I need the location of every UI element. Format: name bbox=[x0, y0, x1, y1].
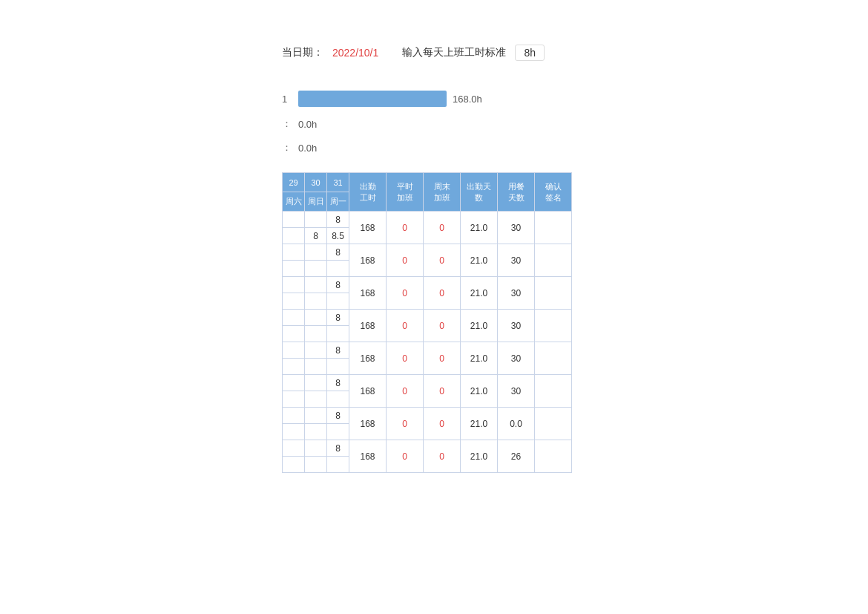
th-overtime: 平时加班 bbox=[387, 173, 424, 212]
table-row-top-7: 81680021.026 bbox=[283, 440, 572, 457]
sign-2 bbox=[535, 277, 572, 310]
overtime-5: 0 bbox=[387, 375, 424, 408]
sign-6 bbox=[535, 408, 572, 440]
meal-days-3: 30 bbox=[498, 310, 535, 342]
summary-value-2: 0.0h bbox=[298, 119, 317, 130]
day-31-top-0: 8 bbox=[327, 212, 349, 228]
dates-header-row: 29 30 31 出勤工时 平时加班 周末加班 出勤天数 用餐天数 确认签名 bbox=[283, 173, 572, 192]
th-date-29: 29 bbox=[283, 173, 305, 192]
work-hours-0: 168 bbox=[349, 212, 387, 244]
meal-days-5: 30 bbox=[498, 375, 535, 408]
date-label: 当日期： bbox=[282, 46, 323, 59]
day-29-bot-0 bbox=[283, 228, 305, 244]
day-29-bot-1 bbox=[283, 261, 305, 277]
th-meal-days: 用餐天数 bbox=[498, 173, 535, 212]
summary-section: 1 168.0h ： 0.0h ： 0.0h bbox=[282, 91, 868, 154]
page-container: 当日期： 2022/10/1 输入每天上班工时标准 8h 1 168.0h ： … bbox=[0, 0, 868, 614]
day-29-bot-5 bbox=[283, 391, 305, 408]
day-31-top-1: 8 bbox=[327, 244, 349, 261]
day-30-top-1 bbox=[305, 244, 327, 261]
attend-days-2: 21.0 bbox=[461, 277, 498, 310]
th-weekend-ot: 周末加班 bbox=[424, 173, 461, 212]
day-30-bot-2 bbox=[305, 293, 327, 310]
day-31-bot-3 bbox=[327, 326, 349, 342]
th-attend-days: 出勤天数 bbox=[461, 173, 498, 212]
attend-days-4: 21.0 bbox=[461, 342, 498, 375]
sign-3 bbox=[535, 310, 572, 342]
work-hours-2: 168 bbox=[349, 277, 387, 310]
summary-label-2: ： bbox=[282, 117, 289, 131]
day-30-bot-3 bbox=[305, 326, 327, 342]
overtime-2: 0 bbox=[387, 277, 424, 310]
meal-days-2: 30 bbox=[498, 277, 535, 310]
summary-label-3: ： bbox=[282, 141, 289, 154]
sign-5 bbox=[535, 375, 572, 408]
day-29-top-6 bbox=[283, 408, 305, 424]
weekend-ot-7: 0 bbox=[424, 440, 461, 473]
day-29-bot-4 bbox=[283, 359, 305, 375]
weekend-ot-1: 0 bbox=[424, 244, 461, 277]
day-29-bot-2 bbox=[283, 293, 305, 310]
day-31-bot-4 bbox=[327, 359, 349, 375]
work-hours-4: 168 bbox=[349, 342, 387, 375]
table-row-top-1: 81680021.030 bbox=[283, 244, 572, 261]
weekend-ot-5: 0 bbox=[424, 375, 461, 408]
th-weekday-sat: 周六 bbox=[283, 192, 305, 212]
day-30-top-5 bbox=[305, 375, 327, 391]
work-hours-3: 168 bbox=[349, 310, 387, 342]
table-row-top-6: 81680021.00.0 bbox=[283, 408, 572, 424]
table-row-top-0: 81680021.030 bbox=[283, 212, 572, 228]
summary-value-3: 0.0h bbox=[298, 143, 317, 154]
day-31-bot-1 bbox=[327, 261, 349, 277]
day-30-top-6 bbox=[305, 408, 327, 424]
overtime-1: 0 bbox=[387, 244, 424, 277]
day-29-top-0 bbox=[283, 212, 305, 228]
weekend-ot-2: 0 bbox=[424, 277, 461, 310]
th-weekday-mon: 周一 bbox=[327, 192, 349, 212]
sign-4 bbox=[535, 342, 572, 375]
overtime-4: 0 bbox=[387, 342, 424, 375]
attend-days-3: 21.0 bbox=[461, 310, 498, 342]
day-30-bot-7 bbox=[305, 457, 327, 473]
input-value[interactable]: 8h bbox=[515, 45, 545, 61]
day-31-bot-5 bbox=[327, 391, 349, 408]
attend-days-0: 21.0 bbox=[461, 212, 498, 244]
day-30-top-4 bbox=[305, 342, 327, 359]
meal-days-4: 30 bbox=[498, 342, 535, 375]
summary-label-1: 1 bbox=[282, 94, 289, 105]
work-hours-5: 168 bbox=[349, 375, 387, 408]
day-31-top-3: 8 bbox=[327, 310, 349, 326]
sign-7 bbox=[535, 440, 572, 473]
attendance-table: 29 30 31 出勤工时 平时加班 周末加班 出勤天数 用餐天数 确认签名 周… bbox=[282, 172, 572, 473]
weekend-ot-0: 0 bbox=[424, 212, 461, 244]
overtime-6: 0 bbox=[387, 408, 424, 440]
table-body: 81680021.03088.581680021.03081680021.030… bbox=[283, 212, 572, 473]
day-29-top-5 bbox=[283, 375, 305, 391]
day-30-top-7 bbox=[305, 440, 327, 457]
table-row-top-3: 81680021.030 bbox=[283, 310, 572, 326]
day-29-bot-7 bbox=[283, 457, 305, 473]
date-value: 2022/10/1 bbox=[332, 47, 378, 59]
day-29-top-1 bbox=[283, 244, 305, 261]
day-30-bot-0: 8 bbox=[305, 228, 327, 244]
table-row-top-2: 81680021.030 bbox=[283, 277, 572, 293]
meal-days-7: 26 bbox=[498, 440, 535, 473]
bar-1 bbox=[298, 91, 447, 107]
sign-0 bbox=[535, 212, 572, 244]
day-31-bot-7 bbox=[327, 457, 349, 473]
work-hours-6: 168 bbox=[349, 408, 387, 440]
day-31-bot-6 bbox=[327, 424, 349, 440]
day-31-top-5: 8 bbox=[327, 375, 349, 391]
th-work-hours: 出勤工时 bbox=[349, 173, 387, 212]
day-29-top-2 bbox=[283, 277, 305, 293]
meal-days-6: 0.0 bbox=[498, 408, 535, 440]
day-30-bot-5 bbox=[305, 391, 327, 408]
day-31-top-7: 8 bbox=[327, 440, 349, 457]
th-date-30: 30 bbox=[305, 173, 327, 192]
bar-value-1: 168.0h bbox=[453, 94, 482, 105]
summary-row-3: ： 0.0h bbox=[282, 141, 868, 154]
day-31-top-2: 8 bbox=[327, 277, 349, 293]
overtime-7: 0 bbox=[387, 440, 424, 473]
attend-days-6: 21.0 bbox=[461, 408, 498, 440]
th-weekday-sun: 周日 bbox=[305, 192, 327, 212]
